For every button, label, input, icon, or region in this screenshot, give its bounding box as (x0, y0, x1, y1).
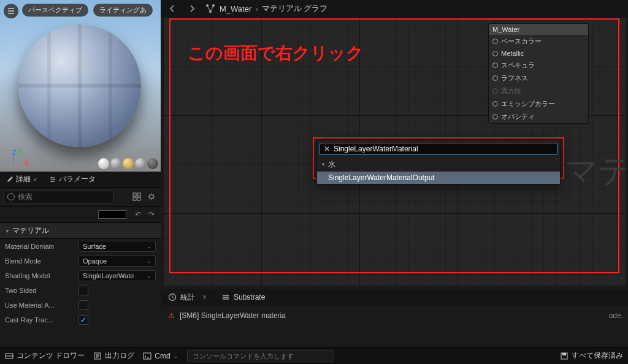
preview-sphere (18, 25, 141, 147)
pin-label: Metallic (501, 50, 524, 57)
color-swatch[interactable] (98, 210, 126, 219)
save-all-button[interactable]: すべて保存済み (560, 351, 623, 361)
node-input-pin[interactable]: 異方性 (489, 85, 588, 97)
tab-parameters-label: パラメータ (59, 174, 96, 184)
pin-icon[interactable] (492, 63, 498, 68)
layers-icon (221, 293, 230, 301)
viewport-lighting-pill[interactable]: ライティングあ (93, 4, 153, 17)
pin-label: スペキュラ (501, 61, 535, 70)
graph-icon (205, 3, 216, 14)
chevron-down-icon: ⌄ (147, 243, 151, 249)
nav-back-button[interactable] (166, 2, 179, 15)
svg-rect-3 (133, 193, 136, 196)
svg-point-7 (150, 195, 153, 199)
terminal-icon (143, 352, 151, 360)
grid-view-icon[interactable] (131, 191, 142, 202)
log-icon (93, 352, 102, 360)
breadcrumb-asset[interactable]: M_Water (220, 4, 251, 13)
context-category[interactable]: 水 (317, 157, 560, 172)
prop-material-domain-label: Material Domain (5, 243, 78, 250)
tab-stats[interactable]: 統計 × (161, 290, 214, 305)
shape-ball-4[interactable] (135, 158, 146, 169)
close-icon[interactable]: × (202, 293, 207, 301)
chevron-down-icon: ⌄ (147, 273, 151, 279)
cmd-label[interactable]: Cmd ⌄ (143, 352, 178, 360)
shape-ball-5[interactable] (147, 158, 158, 169)
viewport-menu-button[interactable] (4, 4, 18, 18)
node-input-pin[interactable]: ラフネス (489, 72, 588, 85)
prop-cast-ray-traced-label: Cast Ray Trac... (5, 316, 78, 324)
material-graph-canvas[interactable]: この画面で右クリック マテ M_Water ベースカラーMetallicスペキュ… (163, 17, 626, 286)
svg-rect-16 (562, 353, 566, 355)
pin-icon[interactable] (492, 51, 498, 56)
prop-two-sided-label: Two Sided (5, 287, 78, 294)
tab-details[interactable]: 詳細 × (0, 172, 43, 187)
context-search-input[interactable] (334, 145, 553, 153)
section-material[interactable]: マテリアル (0, 222, 161, 239)
breadcrumb-graph[interactable]: マテリアル グラフ (262, 3, 328, 14)
stats-icon (168, 293, 177, 301)
prop-shading-model-label: Shading Model (5, 272, 78, 279)
dropdown-material-domain[interactable]: Surface⌄ (78, 241, 156, 252)
pin-icon[interactable] (492, 75, 498, 81)
annotation-text: この画面で右クリック (188, 42, 364, 65)
pin-label: オパシティ (501, 112, 535, 121)
close-icon[interactable]: × (33, 176, 37, 183)
output-log-button[interactable]: 出力ログ (93, 351, 134, 361)
material-result-node[interactable]: M_Water ベースカラーMetallicスペキュララフネス異方性エミッシブカ… (488, 23, 589, 124)
checkbox-cast-ray-traced[interactable] (78, 315, 88, 325)
stats-message: [SM6] SingleLayerWater materia (180, 311, 286, 320)
chevron-down-icon: ⌄ (147, 258, 151, 264)
node-title: M_Water (489, 24, 588, 35)
clear-search-icon[interactable]: ✕ (324, 145, 330, 153)
watermark-text: マテ (564, 149, 626, 194)
graph-context-menu: ✕ 水 SingleLayerWaterMaterialOutput (316, 140, 561, 184)
drawer-icon (5, 352, 13, 360)
dropdown-shading-model[interactable]: SingleLayerWate⌄ (78, 270, 156, 281)
tab-parameters[interactable]: パラメータ (43, 172, 102, 187)
shape-ball-3[interactable] (123, 158, 134, 169)
stats-message-right: ode. (609, 311, 623, 320)
node-input-pin[interactable]: ベースカラー (489, 35, 588, 48)
node-input-pin[interactable]: オパシティ (489, 110, 588, 123)
console-command-input[interactable] (187, 350, 334, 362)
sliders-icon (49, 176, 56, 183)
shape-ball-2[interactable] (110, 158, 121, 169)
lighting-label: ライティングあ (99, 6, 147, 15)
viewport-perspective-pill[interactable]: パースペクティブ (22, 4, 88, 17)
svg-point-0 (51, 176, 52, 178)
nav-forward-button[interactable] (185, 2, 199, 15)
context-menu-item[interactable]: SingleLayerWaterMaterialOutput (317, 172, 560, 184)
svg-rect-4 (137, 193, 140, 196)
svg-point-2 (52, 180, 53, 181)
checkbox-two-sided[interactable] (78, 286, 88, 295)
pin-icon[interactable] (492, 39, 498, 44)
checkbox-use-material-attrs[interactable] (78, 300, 88, 310)
breadcrumb: M_Water › マテリアル グラフ (205, 3, 327, 14)
node-input-pin[interactable]: Metallic (489, 48, 588, 59)
shape-ball-1[interactable] (98, 158, 109, 169)
tab-substrate[interactable]: Substrate (214, 290, 272, 304)
perspective-label: パースペクティブ (28, 6, 82, 15)
svg-point-1 (53, 178, 55, 180)
pin-label: 異方性 (501, 86, 521, 96)
tab-details-label: 詳細 (16, 174, 31, 184)
node-input-pin[interactable]: スペキュラ (489, 59, 588, 72)
search-input[interactable] (4, 190, 114, 203)
undo-icon[interactable]: ↶ (135, 210, 141, 219)
pin-label: ベースカラー (501, 37, 542, 46)
content-drawer-button[interactable]: コンテンツ ドロワー (5, 351, 85, 361)
pin-icon[interactable] (492, 114, 498, 119)
svg-rect-6 (137, 197, 140, 200)
chevron-right-icon: › (255, 4, 258, 13)
pin-icon[interactable] (492, 88, 498, 94)
preview-shape-selector[interactable] (98, 158, 158, 169)
pin-icon[interactable] (492, 101, 498, 107)
gear-icon[interactable] (146, 191, 157, 202)
dropdown-blend-mode[interactable]: Opaque⌄ (78, 256, 156, 267)
node-input-pin[interactable]: エミッシブカラー (489, 97, 588, 110)
material-preview-viewport[interactable]: パースペクティブ ライティングあ Z│ Y X (0, 0, 161, 172)
save-icon (560, 352, 569, 360)
axis-gizmo: Z│ Y X (5, 142, 29, 167)
redo-icon[interactable]: ↷ (148, 210, 155, 219)
